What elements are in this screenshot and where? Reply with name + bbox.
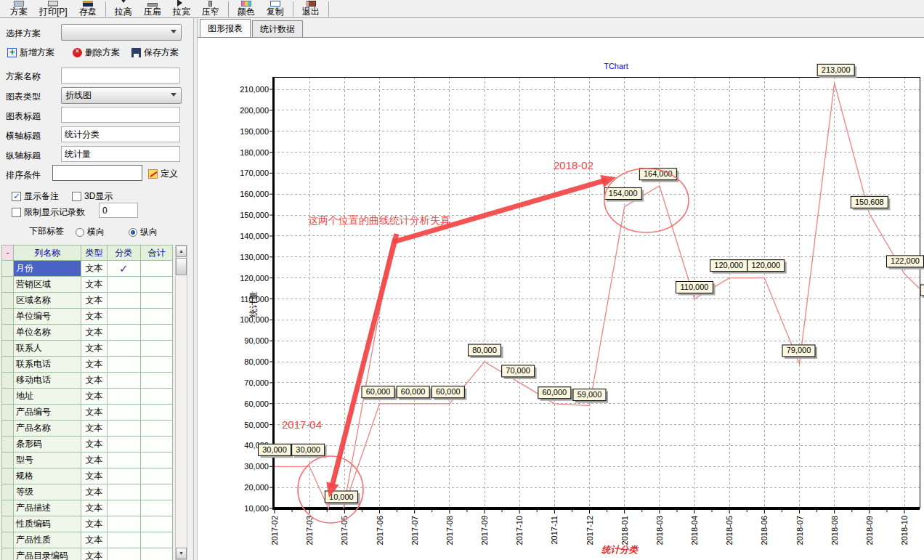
toolbar-button-tall[interactable]: 拉高: [109, 0, 138, 17]
field-name-cell[interactable]: 产品编号: [14, 405, 81, 421]
chart-type-combobox[interactable]: 折线图: [61, 87, 182, 104]
table-row[interactable]: 联系电话文本: [2, 357, 173, 373]
column-header[interactable]: 列名称: [14, 245, 81, 261]
row-indicator-cell[interactable]: [2, 357, 14, 373]
field-name-cell[interactable]: 单位编号: [14, 309, 81, 325]
field-total-cell[interactable]: [140, 373, 172, 389]
field-class-cell[interactable]: [107, 373, 140, 389]
field-total-cell[interactable]: [140, 453, 172, 468]
column-header[interactable]: 合计: [140, 245, 172, 261]
vertical-radio[interactable]: [129, 228, 137, 237]
scroll-down-button[interactable]: ▼: [176, 548, 187, 559]
table-row[interactable]: 单位名称文本: [2, 325, 173, 341]
table-row[interactable]: 区域名称文本: [2, 293, 173, 309]
field-total-cell[interactable]: [140, 437, 172, 453]
field-name-cell[interactable]: 月份: [14, 261, 81, 277]
field-total-cell[interactable]: [140, 325, 172, 341]
row-indicator-cell[interactable]: [2, 437, 14, 453]
field-total-cell[interactable]: [140, 293, 172, 309]
field-total-cell[interactable]: [140, 421, 172, 437]
table-row[interactable]: 产品描述文本: [2, 500, 173, 516]
delete-scheme-button[interactable]: 删除方案: [73, 46, 120, 59]
field-type-cell[interactable]: 文本: [81, 325, 107, 341]
row-indicator-cell[interactable]: [2, 405, 14, 421]
field-total-cell[interactable]: [140, 500, 172, 516]
show-notes-checkbox-row[interactable]: 显示备注: [12, 190, 59, 203]
column-header[interactable]: 分类: [107, 245, 140, 261]
column-header[interactable]: -: [2, 245, 14, 261]
field-type-cell[interactable]: 文本: [81, 484, 107, 500]
field-name-cell[interactable]: 营销区域: [14, 277, 81, 293]
table-row[interactable]: 产品性质文本: [2, 532, 173, 548]
row-indicator-cell[interactable]: [2, 468, 14, 484]
row-indicator-cell[interactable]: [2, 421, 14, 437]
row-indicator-cell[interactable]: [2, 516, 14, 532]
field-type-cell[interactable]: 文本: [81, 261, 107, 277]
table-row[interactable]: 性质编码文本: [2, 516, 173, 532]
field-class-cell[interactable]: [107, 548, 140, 560]
field-total-cell[interactable]: [140, 341, 172, 357]
toolbar-button-scheme[interactable]: 方案: [4, 0, 33, 17]
field-table-scrollbar[interactable]: ▲ ▼: [175, 245, 187, 560]
select-scheme-combobox[interactable]: [61, 24, 182, 41]
row-indicator-cell[interactable]: [2, 373, 14, 389]
field-class-cell[interactable]: [107, 532, 140, 548]
field-name-cell[interactable]: 区域名称: [14, 293, 81, 309]
field-name-cell[interactable]: 规格: [14, 468, 81, 484]
table-row[interactable]: 条形码文本: [2, 437, 173, 453]
chart-title-input[interactable]: [61, 107, 180, 123]
field-total-cell[interactable]: [140, 261, 172, 277]
add-scheme-button[interactable]: 新增方案: [7, 46, 54, 59]
field-name-cell[interactable]: 产品目录编码: [14, 548, 81, 560]
table-row[interactable]: 移动电话文本: [2, 373, 173, 389]
field-total-cell[interactable]: [140, 309, 172, 325]
tab-inactive[interactable]: 统计数据: [252, 20, 303, 37]
scheme-name-input[interactable]: [61, 68, 180, 84]
field-type-cell[interactable]: 文本: [81, 437, 107, 453]
display-3d-checkbox-row[interactable]: 3D显示: [72, 190, 113, 203]
row-indicator-cell[interactable]: [2, 532, 14, 548]
field-total-cell[interactable]: [140, 277, 172, 293]
field-type-cell[interactable]: 文本: [81, 516, 107, 532]
table-row[interactable]: 地址文本: [2, 389, 173, 405]
column-header[interactable]: 类型: [81, 245, 107, 261]
table-row[interactable]: 等级文本: [2, 484, 173, 500]
field-class-cell[interactable]: [107, 500, 140, 516]
table-row[interactable]: 营销区域文本: [2, 277, 173, 293]
field-type-cell[interactable]: 文本: [81, 468, 107, 484]
sort-condition-input[interactable]: [52, 165, 142, 181]
toolbar-button-save[interactable]: 存盘: [73, 0, 102, 17]
toolbar-button-color[interactable]: 颜色: [232, 0, 261, 17]
display-3d-checkbox[interactable]: [72, 192, 81, 201]
row-indicator-cell[interactable]: [2, 548, 14, 560]
field-class-cell[interactable]: [107, 484, 140, 500]
field-total-cell[interactable]: [140, 484, 172, 500]
limit-records-input[interactable]: [99, 203, 138, 218]
row-indicator-cell[interactable]: [2, 309, 14, 325]
field-name-cell[interactable]: 地址: [14, 389, 81, 405]
field-type-cell[interactable]: 文本: [81, 341, 107, 357]
field-name-cell[interactable]: 联系人: [14, 341, 81, 357]
field-type-cell[interactable]: 文本: [81, 548, 107, 560]
toolbar-button-print[interactable]: 打印[P]: [33, 0, 73, 17]
field-type-cell[interactable]: 文本: [81, 421, 107, 437]
field-total-cell[interactable]: [140, 548, 172, 560]
table-row[interactable]: 规格文本: [2, 468, 173, 484]
limit-records-checkbox-row[interactable]: 限制显示记录数: [12, 206, 85, 219]
field-total-cell[interactable]: [140, 405, 172, 421]
field-type-cell[interactable]: 文本: [81, 500, 107, 516]
field-class-cell[interactable]: [107, 277, 140, 293]
toolbar-button-wide[interactable]: 拉宽: [167, 0, 196, 17]
field-class-cell[interactable]: [107, 389, 140, 405]
field-total-cell[interactable]: [140, 357, 172, 373]
table-row[interactable]: 月份文本✓: [2, 261, 173, 277]
field-class-cell[interactable]: [107, 405, 140, 421]
table-row[interactable]: 型号文本: [2, 453, 173, 468]
field-class-cell[interactable]: [107, 453, 140, 468]
field-class-cell[interactable]: [107, 309, 140, 325]
row-indicator-cell[interactable]: [2, 293, 14, 309]
scroll-up-button[interactable]: ▲: [176, 245, 187, 257]
horizontal-radio[interactable]: [76, 228, 84, 237]
field-class-cell[interactable]: [107, 341, 140, 357]
field-name-cell[interactable]: 条形码: [14, 437, 81, 453]
